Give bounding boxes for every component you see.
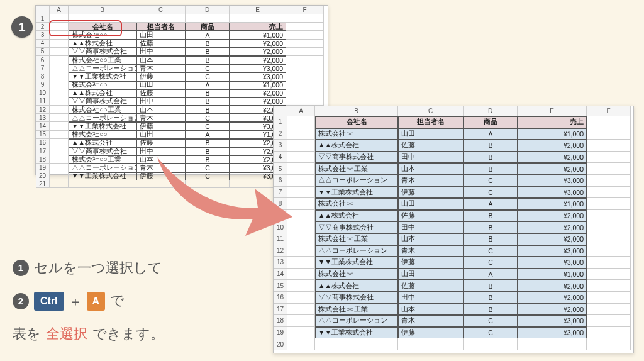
table-cell[interactable] [287,198,315,210]
table-cell[interactable]: 株式会社○○ [315,198,398,210]
row-header[interactable]: 17 [36,147,50,155]
empty-cell[interactable] [464,338,518,350]
table-cell[interactable]: A [186,131,230,139]
empty-cell[interactable] [398,338,464,350]
table-cell[interactable]: 株式会社○○工業 [315,233,398,245]
row-header[interactable]: 18 [36,155,50,164]
table-cell[interactable]: A [186,81,230,89]
table-cell[interactable]: 株式会社○○ [69,31,136,39]
table-cell[interactable]: 山本 [136,56,186,64]
row-header[interactable]: 17 [274,304,287,316]
empty-cell[interactable] [587,338,631,350]
table-cell[interactable]: 株式会社○○ [315,269,398,280]
row-header[interactable]: 7 [274,187,287,199]
empty-cell[interactable] [518,338,587,350]
table-cell[interactable]: 山本 [398,304,464,316]
table-cell[interactable]: 伊藤 [136,172,186,181]
table-cell[interactable]: 田中 [136,147,186,155]
table-cell[interactable]: 田中 [398,152,464,164]
table-cell[interactable]: △△コーポレーション [315,245,398,257]
table-cell[interactable] [50,48,69,56]
table-cell[interactable] [287,245,315,257]
table-cell[interactable]: A [186,31,230,39]
table-cell[interactable]: 青木 [136,114,186,122]
col-header[interactable]: A [287,106,315,116]
table-cell[interactable] [286,31,324,39]
row-header[interactable]: 3 [36,31,50,39]
table-header-cell[interactable] [50,23,69,31]
row-header[interactable]: 8 [36,72,50,81]
table-cell[interactable] [287,128,315,140]
empty-cell[interactable] [69,181,136,188]
table-cell[interactable]: ▽▽商事株式会社 [315,221,398,233]
row-header[interactable]: 4 [36,40,50,48]
table-cell[interactable]: ¥2,000 [518,233,587,245]
table-cell[interactable]: ¥2,000 [230,40,286,48]
table-cell[interactable] [287,210,315,222]
table-cell[interactable] [287,292,315,304]
table-cell[interactable]: ▽▽商事株式会社 [315,292,398,304]
table-cell[interactable] [587,128,631,140]
table-cell[interactable]: B [464,163,518,175]
table-cell[interactable] [587,187,631,199]
table-cell[interactable]: ¥2,000 [518,280,587,292]
row-header[interactable]: 10 [274,221,287,233]
table-cell[interactable]: 青木 [398,315,464,327]
table-header-cell[interactable] [587,116,631,128]
table-cell[interactable]: 株式会社○○ [69,81,136,89]
table-cell[interactable]: ¥3,000 [518,187,587,199]
table-header-cell[interactable]: 売上 [518,116,587,128]
row-header[interactable]: 11 [36,97,50,106]
table-cell[interactable]: ¥1,000 [518,128,587,140]
table-cell[interactable]: 青木 [398,245,464,257]
row-header[interactable]: 14 [36,122,50,130]
table-cell[interactable]: 田中 [136,97,186,106]
table-cell[interactable] [587,257,631,269]
table-cell[interactable] [587,233,631,245]
row-header[interactable]: 19 [274,327,287,339]
table-cell[interactable] [50,114,69,122]
table-cell[interactable] [287,163,315,175]
table-cell[interactable]: 佐藤 [136,89,186,97]
table-cell[interactable]: 株式会社○○工業 [69,106,136,114]
table-cell[interactable] [50,172,69,181]
row-header[interactable]: 8 [274,198,287,210]
col-header[interactable]: B [315,106,398,116]
table-cell[interactable] [287,269,315,280]
table-cell[interactable]: ¥2,000 [518,304,587,316]
row-header[interactable]: 20 [36,172,50,181]
table-cell[interactable]: ¥3,000 [230,64,286,72]
table-cell[interactable]: B [186,155,230,164]
table-cell[interactable] [50,81,69,89]
table-cell[interactable]: ¥3,000 [518,245,587,257]
table-cell[interactable] [286,64,324,72]
table-cell[interactable]: B [464,292,518,304]
table-cell[interactable]: ¥2,000 [518,152,587,164]
row-header[interactable]: 1 [274,116,287,128]
table-cell[interactable]: 佐藤 [398,210,464,222]
table-cell[interactable]: ▲▲株式会社 [69,89,136,97]
table-cell[interactable]: B [464,152,518,164]
table-cell[interactable]: ▲▲株式会社 [315,210,398,222]
table-cell[interactable] [287,280,315,292]
table-cell[interactable]: 伊藤 [136,122,186,130]
col-header[interactable]: F [286,6,324,14]
row-header[interactable]: 5 [274,163,287,175]
col-header[interactable]: B [69,6,136,14]
table-cell[interactable]: B [186,48,230,56]
table-cell[interactable] [287,187,315,199]
table-cell[interactable]: B [464,140,518,152]
table-cell[interactable] [50,31,69,39]
table-cell[interactable]: 山田 [398,128,464,140]
table-cell[interactable]: C [186,64,230,72]
table-cell[interactable] [50,64,69,72]
table-cell[interactable]: ¥2,000 [518,221,587,233]
table-cell[interactable]: C [464,187,518,199]
table-cell[interactable]: 佐藤 [136,40,186,48]
table-cell[interactable] [50,89,69,97]
table-header-cell[interactable]: 商品 [186,23,230,31]
table-cell[interactable]: ¥2,000 [518,140,587,152]
table-cell[interactable]: 田中 [136,48,186,56]
table-cell[interactable] [286,89,324,97]
table-cell[interactable] [50,131,69,139]
